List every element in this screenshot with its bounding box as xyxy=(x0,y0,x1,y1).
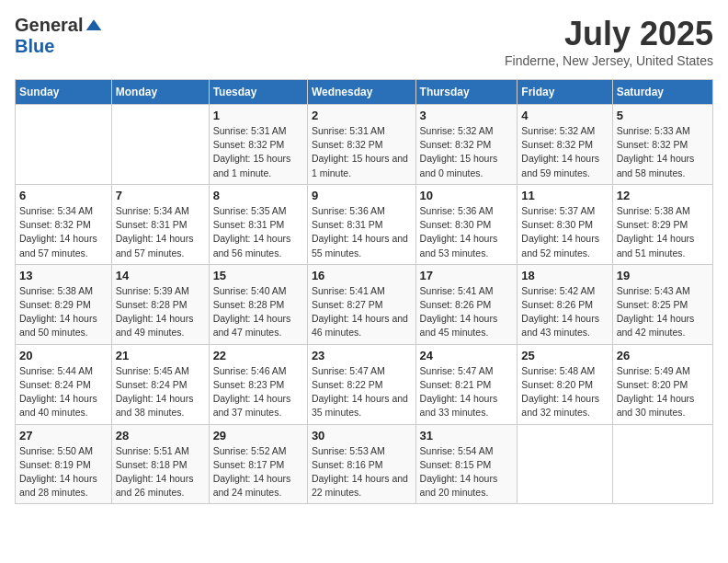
day-number: 24 xyxy=(420,349,514,362)
calendar-cell: 2Sunrise: 5:31 AMSunset: 8:32 PMDaylight… xyxy=(307,105,415,185)
day-detail: Sunrise: 5:34 AMSunset: 8:31 PMDaylight:… xyxy=(116,204,205,260)
day-number: 21 xyxy=(116,349,205,362)
calendar-cell: 10Sunrise: 5:36 AMSunset: 8:30 PMDayligh… xyxy=(415,184,518,264)
logo-general-text: General xyxy=(15,15,83,36)
calendar-cell xyxy=(518,424,612,504)
week-row-3: 13Sunrise: 5:38 AMSunset: 8:29 PMDayligh… xyxy=(16,264,713,344)
day-detail: Sunrise: 5:33 AMSunset: 8:32 PMDaylight:… xyxy=(617,124,709,180)
calendar-cell: 8Sunrise: 5:35 AMSunset: 8:31 PMDaylight… xyxy=(209,184,307,264)
day-detail: Sunrise: 5:54 AMSunset: 8:15 PMDaylight:… xyxy=(420,444,514,500)
day-number: 7 xyxy=(116,189,205,202)
weekday-header-saturday: Saturday xyxy=(612,80,712,105)
month-year: July 2025 xyxy=(505,15,713,53)
day-number: 17 xyxy=(420,269,514,282)
calendar-cell: 14Sunrise: 5:39 AMSunset: 8:28 PMDayligh… xyxy=(111,264,209,344)
day-detail: Sunrise: 5:36 AMSunset: 8:31 PMDaylight:… xyxy=(312,204,412,260)
calendar-cell: 26Sunrise: 5:49 AMSunset: 8:20 PMDayligh… xyxy=(612,344,712,424)
day-detail: Sunrise: 5:37 AMSunset: 8:30 PMDaylight:… xyxy=(521,204,608,260)
logo-blue-text: Blue xyxy=(15,36,54,57)
week-row-4: 20Sunrise: 5:44 AMSunset: 8:24 PMDayligh… xyxy=(16,344,713,424)
calendar-cell xyxy=(16,105,112,185)
day-detail: Sunrise: 5:31 AMSunset: 8:32 PMDaylight:… xyxy=(213,124,303,180)
weekday-header-monday: Monday xyxy=(111,80,209,105)
day-detail: Sunrise: 5:47 AMSunset: 8:21 PMDaylight:… xyxy=(420,364,514,420)
day-detail: Sunrise: 5:42 AMSunset: 8:26 PMDaylight:… xyxy=(521,284,608,340)
calendar-cell: 19Sunrise: 5:43 AMSunset: 8:25 PMDayligh… xyxy=(612,264,712,344)
location: Finderne, New Jersey, United States xyxy=(505,53,713,68)
day-detail: Sunrise: 5:36 AMSunset: 8:30 PMDaylight:… xyxy=(420,204,514,260)
calendar-cell: 13Sunrise: 5:38 AMSunset: 8:29 PMDayligh… xyxy=(16,264,112,344)
day-detail: Sunrise: 5:53 AMSunset: 8:16 PMDaylight:… xyxy=(312,444,412,500)
calendar-cell: 22Sunrise: 5:46 AMSunset: 8:23 PMDayligh… xyxy=(209,344,307,424)
calendar-cell: 15Sunrise: 5:40 AMSunset: 8:28 PMDayligh… xyxy=(209,264,307,344)
day-detail: Sunrise: 5:38 AMSunset: 8:29 PMDaylight:… xyxy=(617,204,709,260)
calendar-cell: 24Sunrise: 5:47 AMSunset: 8:21 PMDayligh… xyxy=(415,344,518,424)
week-row-2: 6Sunrise: 5:34 AMSunset: 8:32 PMDaylight… xyxy=(16,184,713,264)
day-detail: Sunrise: 5:41 AMSunset: 8:27 PMDaylight:… xyxy=(312,284,412,340)
day-detail: Sunrise: 5:40 AMSunset: 8:28 PMDaylight:… xyxy=(213,284,303,340)
day-number: 22 xyxy=(213,349,303,362)
day-number: 3 xyxy=(420,109,514,122)
day-number: 28 xyxy=(116,429,205,442)
day-number: 2 xyxy=(312,109,412,122)
day-detail: Sunrise: 5:32 AMSunset: 8:32 PMDaylight:… xyxy=(420,124,514,180)
calendar-cell: 20Sunrise: 5:44 AMSunset: 8:24 PMDayligh… xyxy=(16,344,112,424)
calendar-cell: 28Sunrise: 5:51 AMSunset: 8:18 PMDayligh… xyxy=(111,424,209,504)
day-number: 18 xyxy=(521,269,608,282)
calendar-cell: 4Sunrise: 5:32 AMSunset: 8:32 PMDaylight… xyxy=(518,105,612,185)
day-number: 30 xyxy=(312,429,412,442)
day-number: 16 xyxy=(312,269,412,282)
day-detail: Sunrise: 5:43 AMSunset: 8:25 PMDaylight:… xyxy=(617,284,709,340)
day-number: 10 xyxy=(420,189,514,202)
calendar-cell: 16Sunrise: 5:41 AMSunset: 8:27 PMDayligh… xyxy=(307,264,415,344)
calendar-cell: 11Sunrise: 5:37 AMSunset: 8:30 PMDayligh… xyxy=(518,184,612,264)
calendar-cell: 1Sunrise: 5:31 AMSunset: 8:32 PMDaylight… xyxy=(209,105,307,185)
calendar-cell: 27Sunrise: 5:50 AMSunset: 8:19 PMDayligh… xyxy=(16,424,112,504)
day-detail: Sunrise: 5:31 AMSunset: 8:32 PMDaylight:… xyxy=(312,124,412,180)
calendar-cell: 25Sunrise: 5:48 AMSunset: 8:20 PMDayligh… xyxy=(518,344,612,424)
day-number: 25 xyxy=(521,349,608,362)
day-number: 11 xyxy=(521,189,608,202)
day-detail: Sunrise: 5:44 AMSunset: 8:24 PMDaylight:… xyxy=(19,364,108,420)
day-number: 5 xyxy=(617,109,709,122)
calendar-cell: 6Sunrise: 5:34 AMSunset: 8:32 PMDaylight… xyxy=(16,184,112,264)
day-detail: Sunrise: 5:47 AMSunset: 8:22 PMDaylight:… xyxy=(312,364,412,420)
day-number: 15 xyxy=(213,269,303,282)
day-number: 27 xyxy=(19,429,108,442)
day-number: 4 xyxy=(521,109,608,122)
day-detail: Sunrise: 5:51 AMSunset: 8:18 PMDaylight:… xyxy=(116,444,205,500)
weekday-header-thursday: Thursday xyxy=(415,80,518,105)
weekday-header-wednesday: Wednesday xyxy=(307,80,415,105)
day-detail: Sunrise: 5:32 AMSunset: 8:32 PMDaylight:… xyxy=(521,124,608,180)
calendar-cell xyxy=(111,105,209,185)
calendar-cell: 7Sunrise: 5:34 AMSunset: 8:31 PMDaylight… xyxy=(111,184,209,264)
weekday-header-sunday: Sunday xyxy=(16,80,112,105)
day-detail: Sunrise: 5:39 AMSunset: 8:28 PMDaylight:… xyxy=(116,284,205,340)
week-row-1: 1Sunrise: 5:31 AMSunset: 8:32 PMDaylight… xyxy=(16,105,713,185)
day-number: 26 xyxy=(617,349,709,362)
day-number: 9 xyxy=(312,189,412,202)
svg-marker-0 xyxy=(86,19,102,30)
calendar-cell: 17Sunrise: 5:41 AMSunset: 8:26 PMDayligh… xyxy=(415,264,518,344)
calendar-cell xyxy=(612,424,712,504)
day-number: 29 xyxy=(213,429,303,442)
calendar-table: SundayMondayTuesdayWednesdayThursdayFrid… xyxy=(15,79,713,504)
day-detail: Sunrise: 5:35 AMSunset: 8:31 PMDaylight:… xyxy=(213,204,303,260)
day-detail: Sunrise: 5:52 AMSunset: 8:17 PMDaylight:… xyxy=(213,444,303,500)
page-header: General Blue July 2025 Finderne, New Jer… xyxy=(15,15,713,68)
weekday-header-friday: Friday xyxy=(518,80,612,105)
calendar-cell: 29Sunrise: 5:52 AMSunset: 8:17 PMDayligh… xyxy=(209,424,307,504)
calendar-cell: 31Sunrise: 5:54 AMSunset: 8:15 PMDayligh… xyxy=(415,424,518,504)
day-number: 12 xyxy=(617,189,709,202)
weekday-header-row: SundayMondayTuesdayWednesdayThursdayFrid… xyxy=(16,80,713,105)
day-detail: Sunrise: 5:49 AMSunset: 8:20 PMDaylight:… xyxy=(617,364,709,420)
day-detail: Sunrise: 5:34 AMSunset: 8:32 PMDaylight:… xyxy=(19,204,108,260)
calendar-cell: 30Sunrise: 5:53 AMSunset: 8:16 PMDayligh… xyxy=(307,424,415,504)
day-number: 19 xyxy=(617,269,709,282)
day-detail: Sunrise: 5:45 AMSunset: 8:24 PMDaylight:… xyxy=(116,364,205,420)
day-number: 8 xyxy=(213,189,303,202)
calendar-cell: 12Sunrise: 5:38 AMSunset: 8:29 PMDayligh… xyxy=(612,184,712,264)
calendar-cell: 23Sunrise: 5:47 AMSunset: 8:22 PMDayligh… xyxy=(307,344,415,424)
calendar-cell: 18Sunrise: 5:42 AMSunset: 8:26 PMDayligh… xyxy=(518,264,612,344)
calendar-cell: 9Sunrise: 5:36 AMSunset: 8:31 PMDaylight… xyxy=(307,184,415,264)
